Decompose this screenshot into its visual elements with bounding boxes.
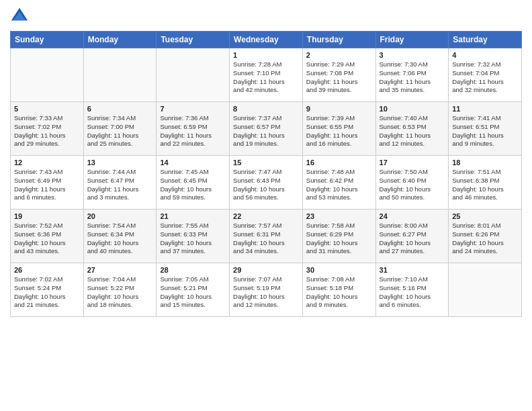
weekday-header: Thursday (302, 32, 375, 48)
day-number: 25 (452, 212, 518, 220)
day-info: Sunrise: 7:41 AM Sunset: 6:51 PM Dayligh… (452, 114, 518, 148)
day-info: Sunrise: 7:33 AM Sunset: 7:02 PM Dayligh… (14, 114, 80, 148)
calendar-cell: 20Sunrise: 7:54 AM Sunset: 6:34 PM Dayli… (83, 210, 157, 263)
day-info: Sunrise: 7:04 AM Sunset: 5:22 PM Dayligh… (87, 275, 153, 310)
calendar-cell: 11Sunrise: 7:41 AM Sunset: 6:51 PM Dayli… (449, 102, 522, 156)
calendar-cell: 31Sunrise: 7:10 AM Sunset: 5:16 PM Dayli… (375, 263, 449, 317)
logo-icon (10, 7, 29, 26)
day-number: 5 (14, 105, 80, 113)
day-info: Sunrise: 7:05 AM Sunset: 5:21 PM Dayligh… (160, 275, 226, 310)
day-number: 23 (306, 212, 372, 220)
day-info: Sunrise: 8:00 AM Sunset: 6:27 PM Dayligh… (380, 222, 445, 256)
calendar-cell (449, 263, 522, 317)
page: SundayMondayTuesdayWednesdayThursdayFrid… (0, 0, 532, 411)
day-number: 16 (306, 158, 372, 167)
day-number: 9 (306, 105, 372, 113)
weekday-header: Tuesday (157, 32, 230, 48)
calendar-cell: 6Sunrise: 7:34 AM Sunset: 7:00 PM Daylig… (83, 102, 157, 156)
day-number: 15 (233, 158, 299, 167)
calendar-cell: 24Sunrise: 8:00 AM Sunset: 6:27 PM Dayli… (375, 210, 449, 263)
day-number: 1 (233, 51, 299, 59)
day-info: Sunrise: 7:39 AM Sunset: 6:55 PM Dayligh… (306, 114, 372, 148)
header (10, 7, 522, 26)
day-info: Sunrise: 7:10 AM Sunset: 5:16 PM Dayligh… (380, 275, 445, 310)
day-number: 13 (87, 158, 153, 167)
calendar-week-row: 1Sunrise: 7:28 AM Sunset: 7:10 PM Daylig… (11, 48, 522, 102)
day-number: 29 (233, 266, 299, 274)
calendar-header-row: SundayMondayTuesdayWednesdayThursdayFrid… (11, 32, 522, 48)
day-info: Sunrise: 7:58 AM Sunset: 6:29 PM Dayligh… (306, 222, 372, 256)
day-info: Sunrise: 7:36 AM Sunset: 6:59 PM Dayligh… (160, 114, 226, 148)
day-info: Sunrise: 7:43 AM Sunset: 6:49 PM Dayligh… (14, 168, 80, 202)
day-info: Sunrise: 7:08 AM Sunset: 5:18 PM Dayligh… (306, 275, 372, 310)
day-info: Sunrise: 7:57 AM Sunset: 6:31 PM Dayligh… (233, 222, 299, 256)
day-info: Sunrise: 7:44 AM Sunset: 6:47 PM Dayligh… (87, 168, 153, 202)
calendar-cell: 21Sunrise: 7:55 AM Sunset: 6:33 PM Dayli… (157, 210, 230, 263)
calendar-cell: 5Sunrise: 7:33 AM Sunset: 7:02 PM Daylig… (11, 102, 84, 156)
calendar-cell: 18Sunrise: 7:51 AM Sunset: 6:38 PM Dayli… (449, 156, 522, 210)
day-number: 7 (160, 105, 226, 113)
calendar-cell: 16Sunrise: 7:48 AM Sunset: 6:42 PM Dayli… (302, 156, 375, 210)
calendar-cell: 30Sunrise: 7:08 AM Sunset: 5:18 PM Dayli… (302, 263, 375, 317)
weekday-header: Monday (83, 32, 157, 48)
calendar-cell: 12Sunrise: 7:43 AM Sunset: 6:49 PM Dayli… (11, 156, 84, 210)
day-number: 20 (87, 212, 153, 220)
day-info: Sunrise: 7:45 AM Sunset: 6:45 PM Dayligh… (160, 168, 226, 202)
day-info: Sunrise: 8:01 AM Sunset: 6:26 PM Dayligh… (452, 222, 518, 256)
day-number: 14 (160, 158, 226, 167)
calendar-week-row: 19Sunrise: 7:52 AM Sunset: 6:36 PM Dayli… (11, 210, 522, 263)
day-number: 19 (14, 212, 80, 220)
calendar-week-row: 26Sunrise: 7:02 AM Sunset: 5:24 PM Dayli… (11, 263, 522, 317)
day-number: 10 (380, 105, 445, 113)
calendar-cell (11, 48, 84, 102)
day-info: Sunrise: 7:37 AM Sunset: 6:57 PM Dayligh… (233, 114, 299, 148)
calendar-cell: 9Sunrise: 7:39 AM Sunset: 6:55 PM Daylig… (302, 102, 375, 156)
calendar-cell: 23Sunrise: 7:58 AM Sunset: 6:29 PM Dayli… (302, 210, 375, 263)
calendar-cell: 27Sunrise: 7:04 AM Sunset: 5:22 PM Dayli… (83, 263, 157, 317)
day-info: Sunrise: 7:40 AM Sunset: 6:53 PM Dayligh… (380, 114, 445, 148)
calendar-cell: 10Sunrise: 7:40 AM Sunset: 6:53 PM Dayli… (375, 102, 449, 156)
calendar-cell: 15Sunrise: 7:47 AM Sunset: 6:43 PM Dayli… (230, 156, 303, 210)
weekday-header: Saturday (449, 32, 522, 48)
day-info: Sunrise: 7:07 AM Sunset: 5:19 PM Dayligh… (233, 275, 299, 310)
day-number: 4 (452, 51, 518, 59)
calendar-cell: 19Sunrise: 7:52 AM Sunset: 6:36 PM Dayli… (11, 210, 84, 263)
day-number: 8 (233, 105, 299, 113)
calendar-cell: 4Sunrise: 7:32 AM Sunset: 7:04 PM Daylig… (449, 48, 522, 102)
day-number: 3 (380, 51, 445, 59)
logo (10, 7, 32, 26)
day-info: Sunrise: 7:34 AM Sunset: 7:00 PM Dayligh… (87, 114, 153, 148)
day-number: 6 (87, 105, 153, 113)
calendar-cell: 13Sunrise: 7:44 AM Sunset: 6:47 PM Dayli… (83, 156, 157, 210)
calendar-cell: 14Sunrise: 7:45 AM Sunset: 6:45 PM Dayli… (157, 156, 230, 210)
calendar-cell: 22Sunrise: 7:57 AM Sunset: 6:31 PM Dayli… (230, 210, 303, 263)
day-number: 2 (306, 51, 372, 59)
day-info: Sunrise: 7:02 AM Sunset: 5:24 PM Dayligh… (14, 275, 80, 310)
calendar-cell: 7Sunrise: 7:36 AM Sunset: 6:59 PM Daylig… (157, 102, 230, 156)
calendar-cell: 29Sunrise: 7:07 AM Sunset: 5:19 PM Dayli… (230, 263, 303, 317)
day-info: Sunrise: 7:55 AM Sunset: 6:33 PM Dayligh… (160, 222, 226, 256)
weekday-header: Sunday (11, 32, 84, 48)
day-number: 12 (14, 158, 80, 167)
day-info: Sunrise: 7:51 AM Sunset: 6:38 PM Dayligh… (452, 168, 518, 202)
day-info: Sunrise: 7:52 AM Sunset: 6:36 PM Dayligh… (14, 222, 80, 256)
calendar-table: SundayMondayTuesdayWednesdayThursdayFrid… (10, 31, 522, 317)
day-info: Sunrise: 7:48 AM Sunset: 6:42 PM Dayligh… (306, 168, 372, 202)
day-number: 17 (380, 158, 445, 167)
day-number: 27 (87, 266, 153, 274)
day-number: 28 (160, 266, 226, 274)
day-number: 26 (14, 266, 80, 274)
day-info: Sunrise: 7:30 AM Sunset: 7:06 PM Dayligh… (380, 60, 445, 95)
day-number: 11 (452, 105, 518, 113)
day-info: Sunrise: 7:32 AM Sunset: 7:04 PM Dayligh… (452, 60, 518, 95)
calendar-cell (157, 48, 230, 102)
day-info: Sunrise: 7:47 AM Sunset: 6:43 PM Dayligh… (233, 168, 299, 202)
day-info: Sunrise: 7:29 AM Sunset: 7:08 PM Dayligh… (306, 60, 372, 95)
calendar-week-row: 5Sunrise: 7:33 AM Sunset: 7:02 PM Daylig… (11, 102, 522, 156)
calendar-cell: 17Sunrise: 7:50 AM Sunset: 6:40 PM Dayli… (375, 156, 449, 210)
weekday-header: Friday (375, 32, 449, 48)
day-info: Sunrise: 7:50 AM Sunset: 6:40 PM Dayligh… (380, 168, 445, 202)
calendar-cell: 25Sunrise: 8:01 AM Sunset: 6:26 PM Dayli… (449, 210, 522, 263)
day-number: 24 (380, 212, 445, 220)
day-number: 21 (160, 212, 226, 220)
